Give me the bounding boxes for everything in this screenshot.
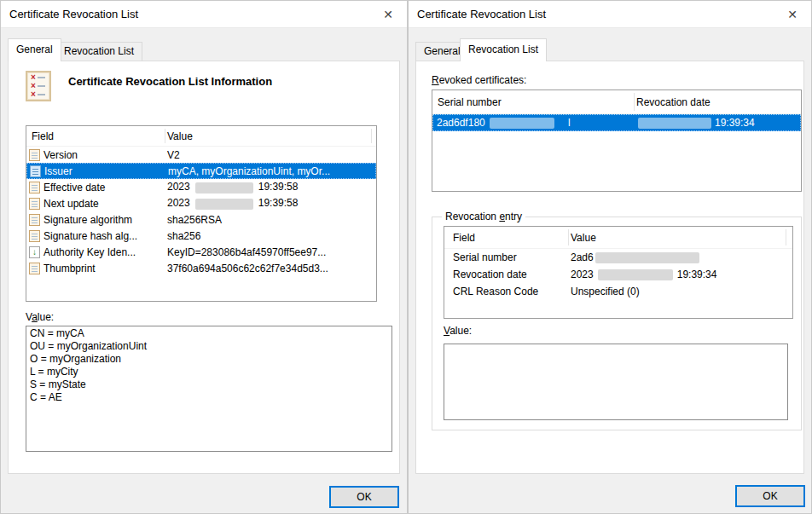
window-title: Certificate Revocation List: [9, 8, 138, 20]
crl-field-icon: [29, 214, 40, 226]
field-cell: Signature algorithm: [44, 214, 132, 226]
column-divider[interactable]: [371, 129, 372, 143]
red-x-glyph: ×: [31, 83, 36, 90]
revoked-row-selected[interactable]: 2ad6df180 l 19:39:34: [432, 114, 801, 131]
column-divider[interactable]: [568, 229, 569, 245]
fields-listview: Field Value Version V2 Issuer myCA, myOr…: [26, 125, 377, 302]
field-cell: CRL Reason Code: [444, 286, 571, 297]
value-line: L = myCity: [30, 366, 388, 378]
tab-general[interactable]: General: [8, 38, 61, 61]
field-cell: Thumbprint: [44, 263, 96, 274]
red-x-glyph: ×: [31, 74, 36, 81]
column-header-value[interactable]: Value: [167, 130, 193, 142]
value-textbox-empty[interactable]: [444, 344, 788, 420]
tab-revocation-list[interactable]: Revocation List: [460, 38, 547, 61]
line-glyph: [38, 94, 45, 95]
column-header-date[interactable]: Revocation date: [636, 96, 710, 108]
extension-icon: ↓: [29, 246, 40, 258]
screenshot-canvas: Certificate Revocation List ✕ General Re…: [0, 0, 812, 514]
table-row[interactable]: CRL Reason Code Unspecified (0): [444, 283, 792, 300]
field-cell: Version: [44, 149, 78, 161]
entry-listview: Field Value Serial number 2ad6 Revocatio…: [444, 226, 793, 319]
redacted-region: [490, 118, 554, 129]
value-cell: sha256RSA: [167, 214, 376, 226]
crl-dialog-general: Certificate Revocation List ✕ General Re…: [0, 0, 408, 514]
crl-field-icon: [29, 149, 40, 161]
crl-field-icon: [29, 230, 40, 242]
line-glyph: [38, 77, 45, 78]
value-cell: KeyID=283086b4af45970ff5ee97...: [167, 246, 376, 258]
value-cell: 202319:39:34: [571, 269, 792, 280]
redacted-region: [638, 118, 711, 129]
ok-button[interactable]: OK: [735, 485, 805, 507]
column-divider[interactable]: [165, 129, 165, 143]
table-row-selected[interactable]: Issuer myCA, myOrganizationUint, myOr...: [26, 163, 376, 179]
page-title: Certificate Revocation List Information: [68, 75, 272, 88]
value-cell: Unspecified (0): [571, 286, 792, 297]
crl-field-icon: [29, 263, 40, 274]
field-cell: Next update: [44, 198, 99, 210]
serial-cell: 2ad6df180: [437, 117, 485, 129]
table-row[interactable]: ↓Authority Key Iden... KeyID=283086b4af4…: [26, 244, 376, 260]
revocation-entry-label: Revocation entry: [442, 211, 525, 222]
revocation-entry-group: Revocation entry Field Value Serial numb…: [432, 217, 802, 430]
redacted-region: [195, 182, 253, 193]
list-header: Serial number Revocation date: [432, 90, 801, 114]
crl-field-icon: [29, 182, 40, 193]
redacted-region: [598, 269, 673, 280]
revocation-time-cell: 19:39:34: [715, 117, 755, 129]
value-label: Value:: [444, 325, 472, 337]
table-row[interactable]: Effective date 202319:39:58: [26, 179, 376, 195]
revoked-certificates-listview: Serial number Revocation date 2ad6df180 …: [432, 90, 802, 192]
value-cell: V2: [167, 149, 376, 161]
column-header-serial[interactable]: Serial number: [432, 96, 636, 108]
redacted-region: [595, 252, 699, 263]
close-icon[interactable]: ✕: [785, 7, 800, 22]
value-cell: 202319:39:58: [167, 197, 376, 209]
column-divider[interactable]: [786, 229, 786, 245]
crl-document-icon: × × ×: [26, 71, 51, 101]
value-cell: 202319:39:58: [167, 181, 376, 193]
column-divider[interactable]: [634, 93, 635, 111]
window-title: Certificate Revocation List: [417, 8, 546, 20]
field-cell: Signature hash alg...: [44, 230, 137, 242]
column-header-field[interactable]: Field: [444, 232, 571, 244]
table-row[interactable]: Next update 202319:39:58: [26, 195, 376, 211]
crl-icon-row: ×: [31, 83, 49, 90]
value-line: O = myOrganization: [30, 353, 388, 366]
table-row[interactable]: Thumbprint 37f60a694a506c62c62f7e34d5d3.…: [26, 260, 376, 276]
value-line: S = myState: [30, 378, 388, 391]
list-header: Field Value: [444, 227, 792, 249]
tabpage-revocation-list: Revoked certificates: Serial number Revo…: [415, 61, 804, 474]
table-row[interactable]: Revocation date 202319:39:34: [444, 266, 792, 283]
value-line: CN = myCA: [30, 327, 388, 340]
column-header-value[interactable]: Value: [571, 232, 596, 244]
titlebar: Certificate Revocation List ✕: [1, 1, 407, 28]
column-header-field[interactable]: Field: [26, 130, 167, 142]
line-glyph: [38, 85, 45, 87]
value-cell: myCA, myOrganizationUint, myOr...: [168, 165, 375, 177]
field-cell: Effective date: [44, 182, 106, 193]
value-cell: 2ad6: [571, 251, 792, 263]
tab-revocation-list[interactable]: Revocation List: [55, 42, 142, 61]
table-row[interactable]: Serial number 2ad6: [444, 249, 792, 266]
table-row[interactable]: Signature algorithm sha256RSA: [26, 211, 376, 228]
tabpage-general: × × × Certificate Revocation List Inform…: [8, 61, 400, 474]
crl-field-icon: [30, 165, 41, 177]
ok-button[interactable]: OK: [329, 486, 399, 508]
table-row[interactable]: Version V2: [26, 147, 376, 163]
close-icon[interactable]: ✕: [380, 7, 396, 22]
list-header: Field Value: [26, 126, 376, 147]
field-cell: Serial number: [444, 251, 571, 263]
serial-tail: l: [568, 117, 571, 129]
table-row[interactable]: Signature hash alg... sha256: [26, 228, 376, 244]
tab-revocation-list-label: Revocation List: [468, 43, 538, 55]
value-textbox[interactable]: CN = myCA OU = myOrganizationUint O = my…: [26, 326, 392, 452]
titlebar: Certificate Revocation List ✕: [409, 1, 811, 28]
value-cell: 37f60a694a506c62c62f7e34d5d3...: [167, 263, 376, 274]
crl-icon-row: ×: [31, 74, 49, 81]
red-x-glyph: ×: [31, 91, 36, 98]
tab-general-label: General: [424, 45, 461, 57]
redacted-region: [195, 199, 253, 210]
crl-field-icon: [29, 198, 40, 210]
